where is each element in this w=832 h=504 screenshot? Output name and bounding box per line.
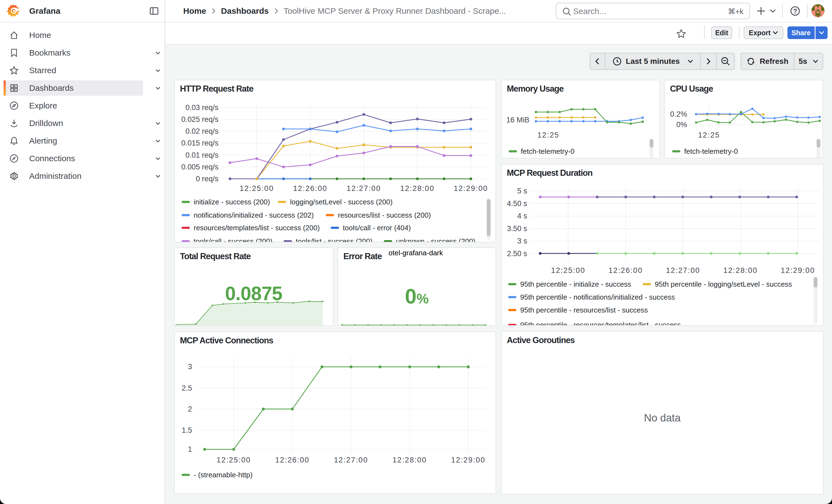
svg-text:0.015 req/s: 0.015 req/s	[181, 139, 218, 147]
svg-text:12:26:00: 12:26:00	[293, 184, 327, 192]
svg-text:5 s: 5 s	[517, 187, 527, 195]
svg-text:12:28:00: 12:28:00	[723, 266, 757, 274]
svg-text:1.5: 1.5	[182, 426, 192, 434]
svg-text:0.03 req/s: 0.03 req/s	[185, 103, 218, 112]
svg-text:0%: 0%	[676, 121, 687, 129]
svg-text:2.5: 2.5	[182, 384, 192, 392]
svg-text:12:29:00: 12:29:00	[451, 456, 485, 464]
svg-text:3 s: 3 s	[517, 237, 527, 245]
svg-text:12:27:00: 12:27:00	[334, 456, 368, 464]
svg-text:0.005 req/s: 0.005 req/s	[181, 163, 218, 171]
svg-text:12:28:00: 12:28:00	[393, 456, 427, 464]
svg-text:12:29:00: 12:29:00	[454, 184, 488, 192]
svg-text:12:27:00: 12:27:00	[666, 266, 700, 274]
svg-text:0.02 req/s: 0.02 req/s	[185, 127, 218, 135]
svg-text:0 req/s: 0 req/s	[196, 175, 218, 183]
svg-text:12:26:00: 12:26:00	[608, 266, 643, 274]
svg-text:1: 1	[188, 445, 192, 453]
svg-text:12:25:00: 12:25:00	[551, 266, 585, 274]
svg-text:?: ?	[793, 8, 797, 15]
svg-text:0.2%: 0.2%	[670, 110, 687, 118]
svg-text:16 MiB: 16 MiB	[506, 116, 529, 124]
svg-text:Grafana: Grafana	[29, 6, 60, 16]
svg-text:12:25: 12:25	[698, 131, 720, 139]
svg-text:2.50 s: 2.50 s	[507, 249, 527, 258]
svg-text:4 s: 4 s	[517, 212, 527, 220]
svg-text:12:27:00: 12:27:00	[347, 184, 381, 192]
svg-text:12:25:00: 12:25:00	[216, 456, 251, 464]
svg-text:2: 2	[188, 405, 192, 413]
svg-text:0.025 req/s: 0.025 req/s	[181, 115, 218, 124]
svg-text:12:28:00: 12:28:00	[400, 184, 435, 192]
svg-text:12:25:00: 12:25:00	[240, 184, 274, 192]
svg-text:3.50 s: 3.50 s	[507, 224, 527, 233]
svg-text:3: 3	[188, 363, 192, 371]
svg-text:12:29:00: 12:29:00	[781, 266, 815, 274]
svg-text:0.01 req/s: 0.01 req/s	[185, 151, 218, 159]
svg-text:4.50 s: 4.50 s	[507, 200, 527, 208]
svg-text:12:25: 12:25	[537, 131, 560, 139]
svg-text:12:26:00: 12:26:00	[275, 456, 309, 464]
